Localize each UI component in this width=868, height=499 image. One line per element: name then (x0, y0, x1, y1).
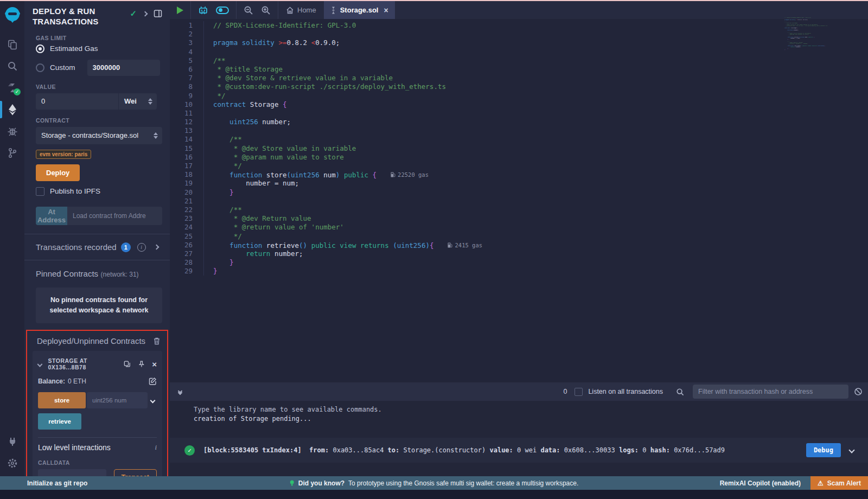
expand-args-icon[interactable] (150, 398, 156, 403)
listen-all-checkbox[interactable] (575, 388, 583, 396)
line-number: 11 (170, 109, 203, 118)
publish-ipfs-checkbox[interactable] (36, 187, 44, 196)
scam-alert-button[interactable]: ⚠ Scam Alert (810, 476, 868, 490)
code-line: 27 return number; (170, 250, 868, 258)
search-icon[interactable] (0, 55, 24, 77)
value-input[interactable] (36, 93, 118, 110)
debugger-icon[interactable] (0, 120, 24, 142)
custom-gas-option: Custom (36, 60, 162, 76)
tab-storage-sol[interactable]: Storage.sol × (324, 1, 395, 19)
settings-icon[interactable] (0, 452, 24, 474)
line-number: 21 (170, 197, 203, 206)
evm-version-badge: evm version: paris (36, 150, 91, 159)
line-number: 27 (170, 250, 203, 258)
pin-icon[interactable] (138, 360, 145, 368)
copilot-status[interactable]: RemixAI Copilot (enabled) (720, 479, 801, 487)
code-line: 29} (170, 267, 868, 276)
value-unit-select[interactable]: Wei (119, 93, 157, 110)
transactions-recorded-label: Transactions recorded (36, 242, 117, 252)
transaction-log-row[interactable]: ✓ [block:5583405 txIndex:4] from: 0xa03.… (170, 438, 868, 463)
store-arg-input[interactable] (87, 392, 148, 408)
network-label: (network: 31) (101, 271, 139, 278)
line-number: 1 (170, 21, 203, 30)
estimated-gas-option[interactable]: Estimated Gas (36, 44, 162, 53)
solidity-compiler-icon[interactable]: ✓ (0, 77, 24, 99)
custom-gas-input[interactable] (87, 60, 160, 76)
deploy-run-panel: DEPLOY & RUN TRANSACTIONS ✓ GAS LIMIT Es… (24, 1, 170, 476)
pinned-empty-message: No pinned contracts found for selected w… (36, 287, 162, 324)
editor-minimap[interactable]: // SPDX-License-Identifier: GPL-3.0pragm… (784, 17, 831, 50)
tab-home[interactable]: Home (278, 1, 324, 19)
deployed-contract-card: STORAGE AT 0X136...8B78 × Balance: 0 ETH (33, 351, 162, 476)
line-number: 3 (170, 39, 203, 47)
line-number: 8 (170, 82, 203, 91)
zoom-out-icon[interactable] (244, 5, 253, 15)
clear-console-icon[interactable] (854, 387, 863, 396)
estimated-gas-radio[interactable] (36, 44, 44, 53)
store-function-button[interactable]: store (38, 392, 86, 408)
copy-icon[interactable] (124, 360, 131, 368)
chevron-right-icon[interactable] (154, 245, 159, 250)
info-icon[interactable]: i (155, 443, 157, 452)
line-number: 12 (170, 118, 203, 126)
pin-panel-icon[interactable] (154, 9, 162, 18)
code-line: 8 * @custom:dev-run-script ./scripts/dep… (170, 82, 868, 91)
ai-copilot-robot-icon[interactable] (198, 5, 208, 15)
panel-title: DEPLOY & RUN TRANSACTIONS (33, 7, 114, 27)
line-number: 18 (170, 170, 203, 179)
code-line: 12 uint256 number; (170, 118, 868, 126)
run-script-icon[interactable] (177, 7, 183, 14)
contract-label: CONTRACT (36, 117, 162, 124)
terminal-output[interactable]: Type the library name to see available c… (170, 401, 868, 482)
calldata-input[interactable] (38, 469, 106, 476)
copilot-toggle-icon[interactable] (216, 7, 229, 14)
file-explorer-icon[interactable] (0, 34, 24, 55)
code-line: 7 * @dev Store & retrieve value in a var… (170, 74, 868, 82)
tx-filter-input[interactable] (693, 385, 848, 399)
status-bar: Initialize as git repo Did you know? To … (0, 476, 868, 490)
line-number: 17 (170, 162, 203, 170)
info-icon[interactable]: i (137, 243, 146, 252)
zoom-in-icon[interactable] (261, 5, 271, 15)
at-address-button[interactable]: At Address (36, 207, 67, 225)
plugin-manager-icon[interactable] (0, 431, 24, 452)
git-icon[interactable] (0, 142, 24, 164)
contract-select[interactable]: Storage - contracts/Storage.sol (36, 127, 162, 144)
code-line: 4 (170, 48, 868, 56)
terminal-toolbar: 0 Listen on all transactions (170, 382, 868, 401)
expand-tx-icon[interactable] (850, 446, 854, 454)
remix-logo-icon[interactable] (2, 4, 23, 25)
edit-icon[interactable] (149, 377, 157, 385)
code-editor[interactable]: 1// SPDX-License-Identifier: GPL-3.023pr… (170, 19, 868, 276)
code-line: 23 * @dev Return value (170, 214, 868, 223)
window-top-edge (0, 0, 868, 1)
gas-limit-label: GAS LIMIT (36, 35, 162, 41)
deployed-contracts-title: Deployed/Unpinned Contracts (37, 336, 145, 346)
deploy-run-icon[interactable] (0, 99, 24, 120)
transactions-recorded-row[interactable]: Transactions recorded 1 i (33, 234, 162, 260)
line-number: 7 (170, 74, 203, 82)
transact-button[interactable]: Transact (114, 469, 157, 476)
git-init-status[interactable]: Initialize as git repo (0, 479, 87, 487)
chevron-right-icon[interactable] (143, 11, 148, 16)
close-tab-icon[interactable]: × (384, 6, 388, 15)
code-line: 9 */ (170, 92, 868, 100)
code-line: 28 } (170, 258, 868, 267)
debug-button[interactable]: Debug (806, 443, 841, 457)
line-number: 14 (170, 135, 203, 144)
home-icon (286, 7, 294, 14)
chevron-down-icon[interactable] (37, 361, 42, 367)
terminal-region: 0 Listen on all transactions Type the li… (170, 382, 868, 476)
deploy-button[interactable]: Deploy (36, 164, 80, 181)
line-number: 15 (170, 144, 203, 153)
line-number: 24 (170, 223, 203, 232)
code-line: 3pragma solidity >=0.8.2 <0.9.0; (170, 39, 868, 47)
code-line: 20 } (170, 188, 868, 197)
at-address-input[interactable] (67, 207, 162, 225)
expand-terminal-icon[interactable] (178, 389, 182, 394)
pending-tx-count: 0 (563, 388, 567, 395)
retrieve-function-button[interactable]: retrieve (38, 413, 81, 430)
trash-icon[interactable] (153, 337, 161, 345)
close-icon[interactable]: × (152, 360, 157, 368)
custom-gas-radio[interactable] (36, 63, 44, 72)
